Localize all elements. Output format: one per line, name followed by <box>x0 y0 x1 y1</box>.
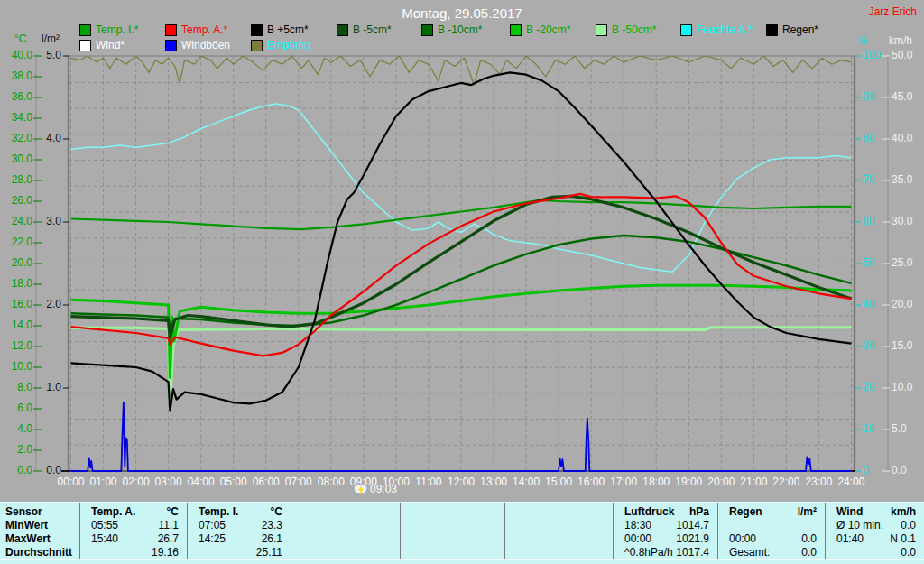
cell-value: 0.0 <box>801 546 817 559</box>
kmh-tick-label: 10.0 <box>892 382 912 393</box>
degc-tick-label: 38.0 <box>5 70 32 82</box>
row-label-sensor: Sensor <box>0 505 79 519</box>
table-cell-row <box>291 532 401 546</box>
col-header-unit: hPa <box>689 505 709 519</box>
table-cell-row: 05:5511.1 <box>80 519 188 532</box>
degc-tick-label: 12.0 <box>5 340 32 352</box>
legend-item-feuchte-a: Feuchte A.* <box>680 24 753 36</box>
legend-item-windb-en: Windböen <box>165 40 230 51</box>
table-cell-row <box>401 505 505 519</box>
legend-label: B -20cm* <box>526 24 570 36</box>
row-label-durchschnitt: Durchschnitt <box>0 546 79 559</box>
unit-lm2-label: l/m² <box>42 32 60 45</box>
cell-value: 26.1 <box>262 532 282 546</box>
cell-time: 05:55 <box>91 519 118 532</box>
cell-value: 0.0 <box>801 532 817 546</box>
time-tick-label: 07:00 <box>281 476 317 488</box>
cell-time: Ø 10 min. <box>836 519 883 532</box>
legend-label: B -10cm* <box>438 24 482 36</box>
cell-value: 0.0 <box>901 546 916 559</box>
cell-value: N 0.1 <box>890 532 916 546</box>
time-tick-label: 16:00 <box>573 476 609 488</box>
table-col-temp-a: Temp. A.°C05:5511.115:4026.719.16 <box>79 503 188 559</box>
series-b-10cm <box>71 236 852 329</box>
cell-time: 18:30 <box>624 519 651 532</box>
pct-tick-label: 70 <box>863 174 874 186</box>
table-bottom-divider <box>0 559 924 560</box>
legend-item-b-10cm: B -10cm* <box>421 24 482 36</box>
chart-svg <box>0 0 924 502</box>
storm-cloud-icon <box>354 484 367 494</box>
time-tick-label: 00:00 <box>53 476 89 488</box>
table-col-empty-3 <box>291 503 401 559</box>
pct-tick-label: 20 <box>863 382 874 393</box>
table-cell-row: 0.0 <box>826 546 924 559</box>
time-tick-label: 22:00 <box>768 476 804 488</box>
cell-value: 26.7 <box>158 532 179 546</box>
kmh-tick-label: 5.0 <box>892 423 907 435</box>
degc-tick-label: 0.0 <box>5 465 32 476</box>
kmh-tick-label: 40.0 <box>892 133 912 144</box>
legend-label: B -50cm* <box>612 24 656 36</box>
time-tick-label: 21:00 <box>735 476 772 488</box>
series-feuchte-a <box>71 104 852 272</box>
event-marker: 09:03 <box>354 483 397 495</box>
cell-time: 07:05 <box>199 519 226 532</box>
series-b-20cm <box>71 285 852 377</box>
table-cell-row: 15:4026.7 <box>80 532 188 546</box>
degc-tick-label: 4.0 <box>5 423 32 435</box>
time-tick-label: 12:00 <box>443 476 479 488</box>
legend-item-b-20cm: B -20cm* <box>510 24 570 36</box>
table-cell-row: 19.16 <box>80 546 188 559</box>
legend-label: Temp. I.* <box>96 24 138 36</box>
degc-tick-label: 28.0 <box>5 174 32 186</box>
degc-tick-label: 36.0 <box>5 91 32 103</box>
pct-tick-label: 40 <box>863 299 874 310</box>
legend-label: Empfang <box>267 40 310 51</box>
pct-tick-label: 100 <box>863 50 881 61</box>
unit-degc-label: °C <box>14 32 26 45</box>
table-cell-row: 25.11 <box>188 546 291 559</box>
degc-tick-label: 32.0 <box>5 133 32 144</box>
kmh-tick-label: 25.0 <box>892 257 912 269</box>
series-b-50cm <box>71 328 852 404</box>
time-tick-label: 02:00 <box>118 476 154 488</box>
table-cell-row <box>291 519 401 532</box>
legend-label: Wind* <box>96 40 125 51</box>
legend-item-wind: Wind* <box>79 40 125 51</box>
cell-time: Gesamt: <box>729 546 770 559</box>
series-b-5cm <box>71 196 852 337</box>
cell-time: 00:00 <box>729 532 756 546</box>
col-header-unit: l/m² <box>798 505 817 519</box>
degc-tick-label: 20.0 <box>5 257 32 269</box>
time-tick-label: 23:00 <box>800 476 836 488</box>
degc-tick-label: 8.0 <box>5 382 32 393</box>
cell-value: 1021.9 <box>676 532 709 546</box>
table-cell-row <box>291 505 401 519</box>
statistics-table: SensorMinWertMaxWertDurchschnittTemp. A.… <box>0 502 924 564</box>
legend-swatch-temp-i <box>79 24 91 36</box>
col-header-name: Temp. I. <box>199 505 238 519</box>
cell-value: 0.0 <box>901 519 916 532</box>
lightning-bolt-icon <box>358 485 364 495</box>
legend-swatch-empfang <box>251 40 263 51</box>
pct-tick-label: 50 <box>863 257 874 269</box>
legend-label: B -5cm* <box>353 24 392 36</box>
col-header-name: Wind <box>836 505 863 519</box>
legend-swatch-b-10cm <box>421 24 433 36</box>
legend-label: Windböen <box>181 40 230 51</box>
cell-time: ^0.8hPa/h <box>624 546 673 559</box>
degc-tick-label: 22.0 <box>5 236 32 248</box>
weather-app-window: Montag, 29.05.2017 Jarz Erich °C l/m² % … <box>0 0 924 564</box>
table-cell-row <box>505 519 614 532</box>
cell-value: 23.3 <box>262 519 282 532</box>
legend-swatch-b-20cm <box>510 24 522 36</box>
col-header-name: Luftdruck <box>624 505 674 519</box>
degc-tick-label: 2.0 <box>5 444 32 456</box>
degc-tick-label: 16.0 <box>5 299 32 310</box>
degc-tick-label: 14.0 <box>5 319 32 331</box>
series-empfang <box>71 56 852 85</box>
legend-item-regen: Regen* <box>766 24 818 36</box>
event-marker-time: 09:03 <box>370 483 397 495</box>
table-col-empty-5 <box>504 503 614 559</box>
